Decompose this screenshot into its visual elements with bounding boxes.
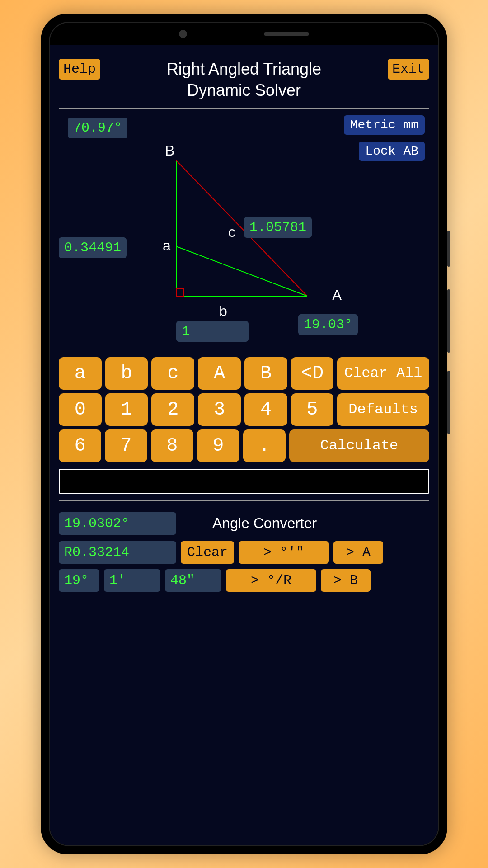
key-clear-all[interactable]: Clear All: [337, 357, 429, 390]
conv-to-dr-button[interactable]: > °/R: [226, 569, 316, 592]
key-7[interactable]: 7: [105, 429, 147, 462]
conv-clear-button[interactable]: Clear: [181, 541, 234, 564]
vertex-b-label: B: [165, 142, 174, 159]
key-backspace[interactable]: <D: [291, 357, 334, 390]
triangle-diagram-area: 70.97° Metric mm Lock AB B A a b c 0.344…: [59, 115, 429, 350]
conv-min-value[interactable]: 1': [104, 569, 160, 592]
key-1[interactable]: 1: [105, 393, 148, 426]
key-9[interactable]: 9: [197, 429, 239, 462]
conv-to-b-button[interactable]: > B: [321, 569, 371, 592]
conv-radians-value[interactable]: R0.33214: [59, 541, 176, 564]
key-angle-b[interactable]: B: [244, 357, 287, 390]
key-decimal[interactable]: .: [243, 429, 286, 462]
key-side-a[interactable]: a: [59, 357, 102, 390]
side-c-label: c: [228, 224, 235, 241]
conv-to-a-button[interactable]: > A: [333, 541, 383, 564]
camera-dot: [179, 30, 187, 38]
svg-line-3: [176, 246, 307, 296]
key-calculate[interactable]: Calculate: [289, 429, 429, 462]
vertex-a-label: A: [332, 287, 342, 304]
conv-to-dms-button[interactable]: > °'": [239, 541, 329, 564]
key-2[interactable]: 2: [151, 393, 194, 426]
side-c-value[interactable]: 1.05781: [244, 217, 312, 238]
key-6[interactable]: 6: [59, 429, 101, 462]
key-defaults[interactable]: Defaults: [337, 393, 429, 426]
key-3[interactable]: 3: [198, 393, 241, 426]
title-line2: Dynamic Solver: [187, 81, 301, 99]
side-b-value[interactable]: 1: [176, 321, 249, 342]
angle-converter: 19.0302° Angle Converter R0.33214 Clear …: [59, 512, 429, 592]
help-button[interactable]: Help: [59, 59, 100, 80]
key-side-b[interactable]: b: [105, 357, 148, 390]
angle-b-value[interactable]: 70.97°: [68, 118, 127, 138]
key-angle-a[interactable]: A: [198, 357, 241, 390]
keypad: a b c A B <D Clear All 0 1 2 3 4 5 Defau…: [59, 357, 429, 462]
phone-notch: [50, 23, 438, 45]
speaker-grille: [264, 32, 309, 36]
header-bar: Help Right Angled Triangle Dynamic Solve…: [59, 59, 429, 101]
conv-deg-value[interactable]: 19°: [59, 569, 99, 592]
conv-degrees-value[interactable]: 19.0302°: [59, 512, 176, 535]
title-line1: Right Angled Triangle: [167, 60, 321, 78]
angle-a-value[interactable]: 19.03°: [298, 314, 358, 335]
side-a-value[interactable]: 0.34491: [59, 237, 127, 258]
converter-title: Angle Converter: [212, 515, 317, 532]
side-b-label: b: [219, 303, 227, 320]
key-side-c[interactable]: c: [151, 357, 194, 390]
lock-ab-button[interactable]: Lock AB: [359, 142, 425, 161]
side-a-label: a: [163, 237, 171, 254]
svg-rect-4: [176, 289, 183, 296]
divider-top: [59, 108, 429, 108]
key-8[interactable]: 8: [151, 429, 193, 462]
output-display: [59, 469, 429, 494]
key-0[interactable]: 0: [59, 393, 102, 426]
divider-bottom: [59, 500, 429, 501]
key-4[interactable]: 4: [244, 393, 287, 426]
key-5[interactable]: 5: [291, 393, 334, 426]
exit-button[interactable]: Exit: [388, 59, 429, 80]
metric-button[interactable]: Metric mm: [344, 115, 425, 135]
conv-sec-value[interactable]: 48": [165, 569, 221, 592]
app-title: Right Angled Triangle Dynamic Solver: [100, 59, 388, 101]
app-screen: Help Right Angled Triangle Dynamic Solve…: [50, 45, 438, 845]
